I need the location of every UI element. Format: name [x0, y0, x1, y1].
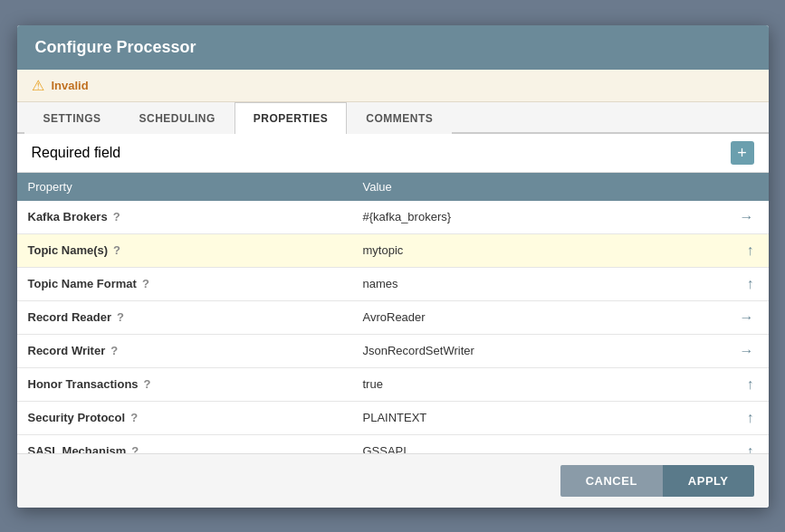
property-value: AvroReader [363, 310, 426, 324]
warning-icon: ⚠ [32, 77, 44, 94]
property-name: Honor Transactions [28, 377, 139, 391]
help-icon[interactable]: ? [130, 411, 138, 424]
property-name: Record Writer [28, 344, 106, 357]
arrow-right-button[interactable]: → [736, 308, 758, 328]
property-cell: Record Reader? [17, 300, 352, 334]
value-cell: PLAINTEXT↑ [352, 401, 769, 434]
help-icon[interactable]: ? [113, 210, 120, 223]
value-cell: names↑ [352, 267, 769, 300]
value-column-header: Value [352, 173, 769, 201]
tab-bar: SETTINGS SCHEDULING PROPERTIES COMMENTS [17, 102, 769, 134]
tab-comments[interactable]: COMMENTS [347, 102, 452, 134]
property-value: #{kafka_brokers} [363, 210, 452, 223]
property-value: PLAINTEXT [363, 411, 427, 424]
dialog-title: Configure Processor [35, 38, 196, 56]
property-cell: Kafka Brokers? [17, 201, 352, 234]
properties-table: Property Value Kafka Brokers?#{kafka_bro… [17, 173, 769, 453]
help-icon[interactable]: ? [144, 377, 151, 391]
property-value: true [363, 377, 383, 391]
table-row[interactable]: Topic Name Format?names↑ [17, 267, 769, 300]
help-icon[interactable]: ? [131, 444, 139, 453]
property-cell: SASL Mechanism? [17, 434, 352, 453]
property-cell: Topic Name Format? [17, 267, 352, 300]
property-name: Security Protocol [28, 411, 126, 424]
property-name: Topic Name(s) [28, 243, 109, 257]
table-row[interactable]: Topic Name(s)?mytopic↑ [17, 233, 769, 267]
required-field-row: Required field + [17, 134, 769, 173]
value-cell: true↑ [352, 367, 769, 401]
table-row[interactable]: SASL Mechanism?GSSAPI↑ [17, 434, 769, 453]
table-row[interactable]: Honor Transactions?true↑ [17, 367, 769, 401]
help-icon[interactable]: ? [110, 344, 118, 357]
property-name: SASL Mechanism [28, 444, 127, 453]
property-name: Topic Name Format [28, 277, 137, 290]
help-icon[interactable]: ? [117, 310, 124, 324]
tab-scheduling[interactable]: SCHEDULING [120, 102, 235, 134]
arrow-up-button[interactable]: ↑ [743, 442, 758, 453]
property-column-header: Property [17, 173, 352, 201]
property-value: mytopic [363, 243, 404, 257]
invalid-label: Invalid [52, 79, 89, 92]
table-row[interactable]: Record Writer?JsonRecordSetWriter→ [17, 334, 769, 367]
property-cell: Security Protocol? [17, 401, 352, 434]
table-row[interactable]: Kafka Brokers?#{kafka_brokers}→ [17, 201, 769, 234]
tab-properties[interactable]: PROPERTIES [235, 102, 347, 134]
dialog-header: Configure Processor [17, 25, 769, 70]
add-property-button[interactable]: + [731, 141, 754, 165]
invalid-bar: ⚠ Invalid [17, 70, 769, 102]
help-icon[interactable]: ? [142, 277, 149, 290]
property-value: names [363, 277, 398, 290]
help-icon[interactable]: ? [113, 243, 120, 257]
cancel-button[interactable]: CANCEL [560, 465, 663, 497]
arrow-up-button[interactable]: ↑ [743, 408, 758, 428]
property-cell: Record Writer? [17, 334, 352, 367]
property-value: JsonRecordSetWriter [363, 344, 474, 357]
table-row[interactable]: Security Protocol?PLAINTEXT↑ [17, 401, 769, 434]
value-cell: mytopic↑ [352, 233, 769, 267]
tab-settings[interactable]: SETTINGS [24, 102, 120, 134]
required-field-label: Required field [32, 145, 121, 161]
arrow-right-button[interactable]: → [736, 341, 758, 361]
arrow-right-button[interactable]: → [736, 207, 758, 227]
property-name: Kafka Brokers [28, 210, 108, 223]
value-cell: AvroReader→ [352, 300, 769, 334]
arrow-up-button[interactable]: ↑ [743, 274, 758, 294]
property-cell: Honor Transactions? [17, 367, 352, 401]
value-cell: GSSAPI↑ [352, 434, 769, 453]
property-cell: Topic Name(s)? [17, 233, 352, 267]
property-name: Record Reader [28, 310, 111, 324]
table-row[interactable]: Record Reader?AvroReader→ [17, 300, 769, 334]
apply-button[interactable]: APPLY [663, 465, 754, 497]
dialog-footer: CANCEL APPLY [17, 453, 769, 508]
arrow-up-button[interactable]: ↑ [743, 375, 758, 394]
value-cell: JsonRecordSetWriter→ [352, 334, 769, 367]
property-value: GSSAPI [363, 444, 407, 453]
configure-processor-dialog: Configure Processor ⚠ Invalid SETTINGS S… [17, 25, 769, 508]
value-cell: #{kafka_brokers}→ [352, 201, 769, 234]
properties-table-container: Property Value Kafka Brokers?#{kafka_bro… [17, 173, 769, 453]
arrow-up-button[interactable]: ↑ [743, 241, 758, 261]
